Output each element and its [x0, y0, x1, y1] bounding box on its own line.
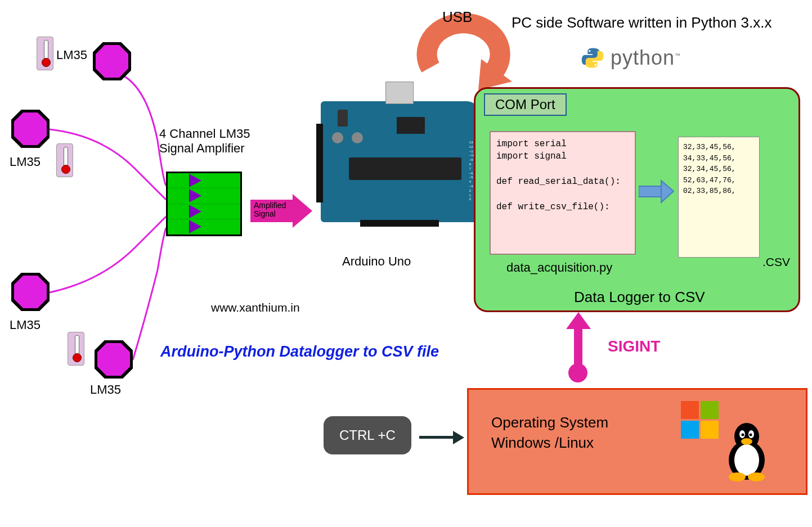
code-filename: data_acquisition.py — [506, 260, 612, 275]
data-logger-panel: COM Port import serial import signal def… — [474, 87, 800, 312]
svg-point-16 — [741, 438, 752, 445]
svg-marker-8 — [661, 181, 674, 202]
sensor-octagon-icon — [93, 42, 131, 80]
amplified-signal-arrow: Amplified Signal — [250, 200, 295, 222]
data-logger-label: Data Logger to CSV — [574, 289, 705, 306]
svg-marker-0 — [94, 43, 130, 79]
amplifier-box — [166, 172, 242, 236]
sensor-octagon-icon — [11, 273, 50, 311]
windows-logo-icon — [681, 401, 719, 439]
thermometer-icon — [56, 143, 73, 177]
svg-point-11 — [734, 444, 759, 476]
svg-marker-1 — [12, 111, 48, 147]
python-text: python™ — [611, 46, 681, 70]
ctrl-c-box: CTRL +C — [324, 416, 411, 454]
svg-rect-7 — [639, 186, 661, 197]
diagram-title: Arduino-Python Datalogger to CSV file — [160, 343, 439, 361]
svg-marker-3 — [96, 341, 132, 377]
arduino-board: 13 12 ~11 ~10 ~9 8 7 ~6 ~5 4 ~3 2 1 0 — [321, 101, 478, 222]
thermometer-icon — [68, 332, 84, 366]
svg-point-5 — [589, 50, 591, 52]
python-logo-icon — [581, 46, 604, 70]
dark-arrow — [419, 436, 453, 439]
python-code-box: import serial import signal def read_ser… — [490, 131, 636, 255]
sensor-label: LM35 — [90, 382, 121, 397]
blue-arrow-icon — [639, 179, 675, 204]
sigint-label: SIGINT — [608, 337, 660, 355]
pc-side-heading: PC side Software written in Python 3.x.x — [512, 14, 771, 31]
tux-penguin-icon — [721, 421, 772, 483]
svg-point-15 — [750, 434, 752, 436]
svg-point-18 — [748, 472, 765, 481]
svg-marker-2 — [12, 274, 48, 310]
website-url: www.xanthium.in — [211, 301, 300, 314]
arduino-label: Arduino Uno — [342, 254, 411, 269]
sigint-arrow — [574, 326, 582, 371]
svg-point-17 — [729, 472, 746, 481]
os-box: Operating System Windows /Linux — [467, 388, 807, 495]
com-port-label: COM Port — [484, 93, 567, 116]
sensor-label: LM35 — [10, 155, 41, 169]
sensor-octagon-icon — [95, 340, 133, 379]
svg-point-6 — [595, 64, 597, 66]
dark-arrow-head — [453, 431, 464, 444]
sensor-label: LM35 — [56, 48, 87, 62]
svg-point-14 — [742, 434, 744, 436]
thermometer-icon — [37, 37, 53, 70]
amplifier-title: 4 Channel LM35 Signal Amplifier — [159, 127, 250, 156]
usb-label: USB — [442, 8, 472, 26]
sensor-octagon-icon — [11, 110, 50, 148]
csv-label: .CSV — [762, 255, 790, 269]
sensor-label: LM35 — [10, 318, 41, 332]
csv-output-box: 32,33,45,56, 34,33,45,56, 32,34,45,56, 5… — [678, 137, 760, 258]
